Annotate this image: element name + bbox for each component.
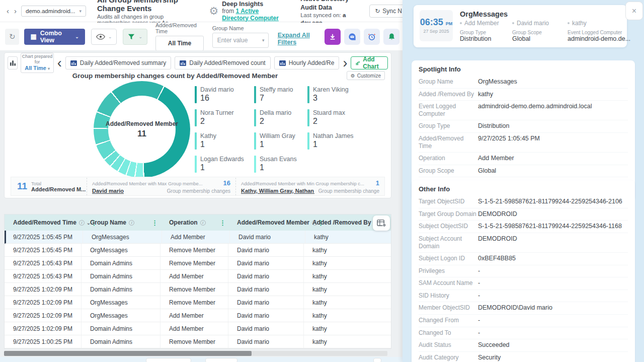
tenant-dropdown[interactable]: demo.admindroid... ▾ [21, 6, 86, 17]
refresh-button[interactable]: ↻ [5, 29, 19, 45]
combo-view-button[interactable]: ▦ Combo View ⌄ [24, 29, 85, 45]
info-value: - [478, 267, 628, 275]
sync-now-button[interactable]: ↻ Sync N [369, 5, 408, 18]
table-row[interactable]: 9/27/2025 1:05:43 PMDomain AdminsAdd Mem… [5, 270, 391, 283]
table-cell: Domain Admins [82, 257, 160, 269]
customize-button[interactable]: ⚙ Customize [347, 71, 385, 80]
tabs-scroll-left-icon[interactable]: ‹ [57, 57, 62, 68]
summary-min-unit: Group membership change [318, 188, 379, 194]
table-row[interactable]: 9/27/2025 1:02:09 PMDomain AdminsRemove … [5, 283, 391, 296]
table-row[interactable]: 9/27/2025 1:00:25 PMDomain AdminsRemove … [5, 335, 391, 348]
table-row[interactable]: 9/27/2025 1:02:09 PMOrgMessagesAdd Membe… [5, 309, 391, 322]
nav-forward-icon[interactable]: › [12, 6, 19, 16]
legend-item[interactable]: Stuard max2 [307, 109, 354, 126]
legend-item[interactable]: Kathy1 [195, 132, 249, 150]
legend-item[interactable]: David mario16 [195, 86, 249, 103]
summary-total-label: Added/Removed M... [31, 186, 86, 192]
chart-tab-1[interactable]: Daily Added/Removed count [175, 56, 270, 69]
header-field-value: admindroid-demo.de... [568, 35, 630, 42]
table-cell: Remove Member [160, 296, 228, 309]
schedule-button[interactable] [364, 29, 380, 45]
header-field-label: Group Scope [512, 30, 568, 35]
alerts-button[interactable] [383, 29, 399, 45]
footer-button[interactable] [205, 358, 237, 362]
table-cell: Remove Member [160, 257, 228, 269]
header-field: Group TypeDistribution [460, 30, 512, 42]
table-row[interactable]: 9/27/2025 1:05:45 PMOrgMessagesAdd Membe… [5, 231, 391, 244]
table-cell: kathy [305, 231, 391, 243]
add-chart-button[interactable]: Add Chart [351, 56, 388, 69]
legend-item[interactable]: Steffy mario7 [254, 86, 302, 103]
table-cell: David mario [228, 270, 304, 282]
column-label: Added/Removed Member [237, 219, 309, 226]
info-value: DEMODROID [478, 210, 628, 219]
column-settings-button[interactable] [373, 215, 390, 231]
footer-button[interactable] [146, 358, 191, 362]
footer-strip [0, 357, 408, 362]
legend-item[interactable]: William Gray1 [254, 132, 302, 150]
filter-button[interactable]: ⌄ [123, 29, 147, 45]
legend-item[interactable]: Karen Viking3 [307, 86, 354, 103]
column-menu-icon[interactable]: ⋮ [219, 219, 228, 227]
chevron-down-icon: ▾ [262, 38, 265, 43]
table-row[interactable]: 9/27/2025 1:05:43 PMDomain AdminsRemove … [5, 257, 391, 270]
info-label: Operation [419, 155, 478, 162]
grid-view-icon: ▦ [30, 33, 36, 40]
table-cell: David mario [228, 322, 304, 335]
legend-item[interactable]: Nathan James1 [307, 132, 354, 150]
download-button[interactable] [325, 29, 341, 45]
info-label: SID History [419, 292, 478, 300]
column-header[interactable]: Added/Removed Timei⌄⋮ [5, 214, 82, 231]
table-row[interactable]: 9/27/2025 1:05:45 PMOrgMessagesRemove Me… [5, 244, 391, 257]
other-info-title: Other Info [419, 185, 628, 196]
legend-item[interactable]: Logan Edwards1 [195, 156, 249, 173]
donut-chart[interactable]: Added/Removed Member 11 [94, 81, 190, 178]
time-filter-value[interactable]: All Time [155, 36, 204, 51]
close-icon[interactable]: × [625, 2, 643, 20]
column-header[interactable]: Group Namei⋮ [82, 214, 160, 231]
event-attribute: Add Member [460, 20, 512, 27]
legend-value: 2 [313, 117, 345, 126]
chart-prepared-dropdown[interactable]: Chart prepared for All Time ▾ [21, 53, 53, 73]
nav-back-icon[interactable]: ‹ [4, 6, 12, 16]
table-cell: OrgMessages [82, 244, 160, 256]
column-header[interactable]: Operationi⋮ [160, 214, 228, 231]
chart-list-button[interactable] [8, 56, 18, 69]
info-row: Changed To- [419, 327, 628, 340]
tabs-scroll-right-icon[interactable]: › [343, 57, 347, 68]
legend-name: Nathan James [313, 132, 354, 139]
info-value: Global [478, 167, 628, 175]
info-icon: i [129, 220, 134, 226]
table-row[interactable]: 9/27/2025 1:02:09 PMOrgMessagesRemove Me… [5, 296, 391, 309]
bullet-dot-icon [568, 22, 570, 24]
column-header[interactable]: Added/Removed Memberi⋮ [228, 214, 304, 231]
legend-item[interactable]: Della mario2 [254, 109, 302, 126]
chart-tabs-row: Chart prepared for All Time ▾ ‹ Daily Ad… [8, 56, 388, 70]
chevron-down-icon: ⌄ [75, 34, 79, 39]
scrollbar-thumb[interactable] [4, 351, 252, 356]
legend-value: 2 [260, 117, 291, 126]
chart-tab-2[interactable]: Hourly Added/Re [274, 56, 340, 69]
chart-legend: David mario16Steffy mario7Karen Viking3N… [195, 86, 354, 173]
feedback-button[interactable] [344, 29, 360, 45]
expand-all-filters-link[interactable]: Expand All Filters [278, 32, 325, 46]
group-name-input[interactable] [216, 36, 262, 44]
table-row[interactable]: 9/27/2025 1:02:09 PMDomain AdminsAdd Mem… [5, 322, 391, 335]
info-label: Event Logged Computer [419, 103, 478, 118]
horizontal-scrollbar[interactable] [4, 351, 387, 356]
chart-prepared-value: All Time [25, 65, 46, 71]
footer-button[interactable] [373, 358, 381, 362]
summary-max-value: 16 [223, 179, 230, 187]
legend-item[interactable]: Nora Turner2 [195, 109, 249, 126]
summary-min-names[interactable]: Kathy, William Gray, Nathan James, Logan… [241, 188, 314, 194]
column-menu-icon[interactable]: ⋮ [151, 219, 160, 227]
info-label: Audit Status [419, 341, 478, 349]
visibility-button[interactable]: ⌄ [91, 29, 117, 45]
event-date: 27 Sep 2025 [423, 29, 449, 34]
info-row: Subject Account DomainDEMODROID [419, 233, 628, 253]
chart-tab-0[interactable]: Daily Added/Removed summary [65, 56, 171, 69]
bar-chart-icon [10, 60, 16, 66]
legend-item[interactable]: Susan Evans1 [254, 156, 302, 173]
summary-max-name[interactable]: David mario [92, 188, 124, 194]
info-value: - [478, 279, 628, 287]
